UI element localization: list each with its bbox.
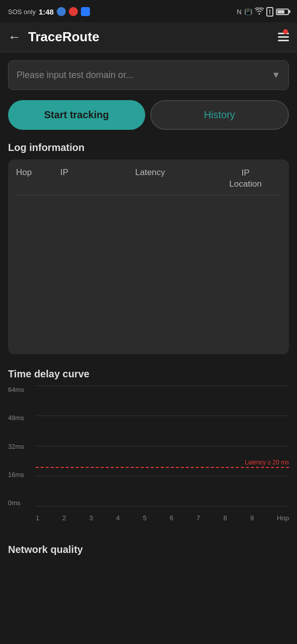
time-display: 1:48	[39, 8, 54, 16]
back-button[interactable]: ←	[8, 29, 21, 45]
col-ip-location-line2: Location	[229, 179, 261, 189]
y-label-48: 48ms	[8, 414, 33, 422]
vibrate-icon: 📳	[244, 8, 252, 16]
main-content: Please input test domain or... ▼ Start t…	[0, 52, 297, 564]
y-label-0: 0ms	[8, 499, 33, 507]
page-title: TraceRoute	[28, 29, 271, 45]
x-label-1: 1	[36, 514, 39, 522]
log-body	[16, 195, 281, 346]
menu-badge	[283, 29, 288, 34]
nfc-icon: N	[237, 8, 241, 16]
domain-input-container[interactable]: Please input test domain or... ▼	[8, 60, 289, 90]
dropdown-arrow-icon: ▼	[271, 70, 280, 80]
chart-grid: Latency ≥ 20 ms	[36, 386, 289, 507]
col-ip-location-line1: IP	[241, 168, 249, 178]
grid-line-50	[36, 446, 289, 446]
chart-area: 0ms 16ms 32ms 48ms 64ms Latency ≥ 20 ms …	[8, 386, 289, 527]
y-label-64: 64ms	[8, 386, 33, 393]
chart-y-labels: 0ms 16ms 32ms 48ms 64ms	[8, 386, 33, 507]
y-label-32: 32ms	[8, 443, 33, 450]
threshold-label: Latency ≥ 20 ms	[245, 459, 289, 466]
x-label-8: 8	[223, 514, 227, 522]
log-table-header: Hop IP Latency IP Location	[16, 168, 281, 195]
alert-icon: !	[266, 7, 273, 17]
x-label-5: 5	[143, 514, 146, 522]
domain-input-placeholder: Please input test domain or...	[17, 70, 133, 80]
x-label-9: 9	[250, 514, 254, 522]
grid-line-bottom	[36, 506, 289, 507]
grid-line-25	[36, 476, 289, 476]
status-left: SOS only 1:48	[8, 7, 90, 16]
grid-line-top	[36, 385, 289, 386]
col-ip-location: IP Location	[210, 168, 281, 190]
network-quality-section: Network quality	[8, 539, 289, 555]
app-icon-2	[69, 7, 78, 16]
threshold-line	[36, 467, 289, 468]
top-bar: ← TraceRoute	[0, 22, 297, 52]
chart-title: Time delay curve	[8, 368, 289, 380]
menu-line-2	[278, 36, 289, 38]
start-tracking-button[interactable]: Start tracking	[8, 100, 145, 130]
col-hop: Hop	[16, 168, 56, 190]
x-label-2: 2	[62, 514, 66, 522]
log-section-title: Log information	[8, 142, 289, 153]
x-label-3: 3	[89, 514, 93, 522]
status-bar: SOS only 1:48 N 📳 !	[0, 0, 297, 22]
x-label-4: 4	[116, 514, 120, 522]
battery-icon	[276, 9, 289, 15]
x-label-6: 6	[170, 514, 173, 522]
history-button[interactable]: History	[150, 100, 289, 130]
x-label-hop: Hop	[277, 514, 289, 522]
x-label-7: 7	[196, 514, 200, 522]
app-icon-3	[81, 7, 90, 16]
carrier-text: SOS only	[8, 8, 36, 16]
app-icon-1	[57, 7, 66, 16]
chart-x-labels: 1 2 3 4 5 6 7 8 9 Hop	[36, 509, 289, 527]
col-ip: IP	[60, 168, 131, 190]
grid-line-75	[36, 416, 289, 416]
col-latency: Latency	[135, 168, 206, 190]
y-label-16: 16ms	[8, 471, 33, 478]
log-table: Hop IP Latency IP Location	[8, 159, 289, 354]
menu-icon-button[interactable]	[271, 28, 289, 46]
menu-line-3	[278, 40, 289, 41]
status-right: N 📳 !	[237, 7, 289, 17]
chart-section: Time delay curve 0ms 16ms 32ms 48ms 64ms…	[8, 368, 289, 527]
network-quality-title: Network quality	[8, 544, 289, 555]
wifi-icon	[255, 8, 264, 16]
toggle-row: Start tracking History	[8, 100, 289, 130]
